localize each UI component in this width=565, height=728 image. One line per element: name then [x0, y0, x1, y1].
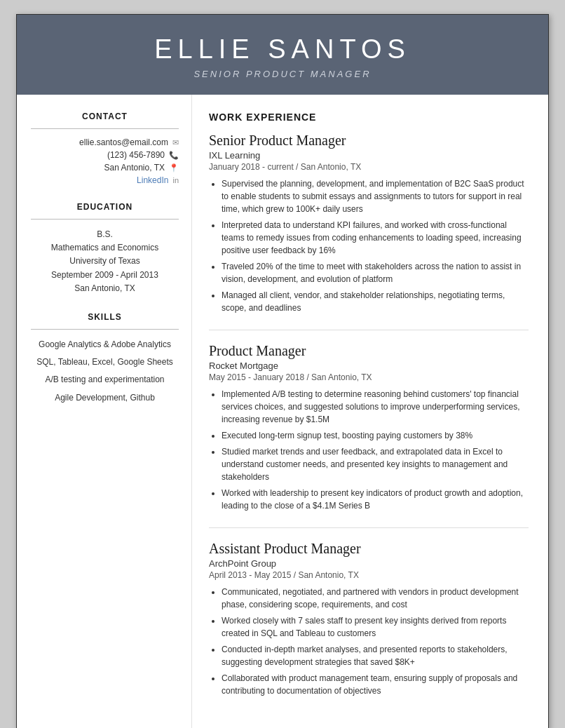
edu-city: San Antonio, TX: [31, 282, 179, 295]
location-text: San Antonio, TX: [104, 163, 165, 173]
divider-1: [209, 330, 529, 330]
job-3-bullet-3: Conducted in-depth market analyses, and …: [222, 643, 529, 668]
edu-school: University of Texas: [31, 255, 179, 268]
job-2: Product Manager Rocket Mortgage May 2015…: [209, 343, 529, 512]
job-1-title: Senior Product Manager: [209, 133, 529, 149]
job-1-bullet-3: Traveled 20% of the time to meet with st…: [222, 260, 529, 285]
location-icon: 📍: [169, 163, 179, 173]
job-3-meta: April 2013 - May 2015 / San Antonio, TX: [209, 570, 529, 580]
job-3-bullet-2: Worked closely with 7 sales staff to pre…: [222, 614, 529, 640]
email-icon: ✉: [172, 138, 179, 147]
skills-section: SKILLS Google Analytics & Adobe Analytic…: [31, 312, 179, 405]
job-2-bullet-4: Worked with leadership to present key in…: [222, 487, 529, 512]
work-experience-title: WORK EXPERIENCE: [209, 112, 529, 123]
job-3-bullets: Communicated, negotiated, and partnered …: [209, 586, 529, 697]
skills-title: SKILLS: [31, 312, 179, 322]
job-3-company: ArchPoint Group: [209, 558, 529, 569]
resume-container: ELLIE SANTOS SENIOR PRODUCT MANAGER CONT…: [16, 14, 549, 728]
linkedin-icon: in: [172, 176, 179, 184]
skill-1: Google Analytics & Adobe Analytics: [31, 338, 179, 351]
skill-4: Agile Development, Github: [31, 391, 179, 405]
education-divider: [31, 219, 179, 220]
main-content: WORK EXPERIENCE Senior Product Manager I…: [192, 95, 548, 728]
job-1-bullet-2: Interpreted data to understand KPI failu…: [222, 219, 529, 257]
skill-2: SQL, Tableau, Excel, Google Sheets: [31, 356, 179, 369]
divider-2: [209, 527, 529, 528]
job-2-company: Rocket Mortgage: [209, 360, 529, 371]
job-1: Senior Product Manager IXL Learning Janu…: [209, 133, 529, 314]
linkedin-item[interactable]: LinkedIn in: [31, 175, 179, 185]
job-2-meta: May 2015 - January 2018 / San Antonio, T…: [209, 372, 529, 382]
candidate-title: SENIOR PRODUCT MANAGER: [31, 69, 534, 79]
candidate-name: ELLIE SANTOS: [31, 34, 534, 65]
phone-item: (123) 456-7890 📞: [31, 150, 179, 160]
job-1-bullet-1: Supervised the planning, development, an…: [222, 177, 529, 215]
email-item: ellie.santos@email.com ✉: [31, 137, 179, 147]
header: ELLIE SANTOS SENIOR PRODUCT MANAGER: [17, 15, 548, 95]
job-3: Assistant Product Manager ArchPoint Grou…: [209, 541, 529, 697]
location-item: San Antonio, TX 📍: [31, 163, 179, 173]
job-3-title: Assistant Product Manager: [209, 541, 529, 557]
job-1-company: IXL Learning: [209, 150, 529, 161]
phone-icon: 📞: [169, 151, 179, 160]
skills-divider: [31, 329, 179, 330]
phone-text: (123) 456-7890: [107, 150, 165, 160]
education-section: EDUCATION B.S. Mathematics and Economics…: [31, 202, 179, 295]
job-2-bullet-2: Executed long-term signup test, boosting…: [222, 429, 529, 442]
skills-block: Google Analytics & Adobe Analytics SQL, …: [31, 338, 179, 405]
job-2-bullet-1: Implemented A/B testing to determine rea…: [222, 388, 529, 426]
contact-section: CONTACT ellie.santos@email.com ✉ (123) 4…: [31, 112, 179, 185]
job-2-bullets: Implemented A/B testing to determine rea…: [209, 388, 529, 512]
job-1-meta: January 2018 - current / San Antonio, TX: [209, 162, 529, 172]
sidebar: CONTACT ellie.santos@email.com ✉ (123) 4…: [17, 95, 192, 728]
linkedin-link[interactable]: LinkedIn: [137, 175, 168, 185]
education-block: B.S. Mathematics and Economics Universit…: [31, 228, 179, 295]
email-text: ellie.santos@email.com: [79, 137, 168, 147]
job-3-bullet-1: Communicated, negotiated, and partnered …: [222, 586, 529, 611]
edu-major: Mathematics and Economics: [31, 241, 179, 255]
job-1-bullets: Supervised the planning, development, an…: [209, 177, 529, 314]
education-title: EDUCATION: [31, 202, 179, 212]
edu-dates: September 2009 - April 2013: [31, 269, 179, 282]
job-1-bullet-4: Managed all client, vendor, and stakehol…: [222, 289, 529, 314]
job-2-title: Product Manager: [209, 343, 529, 359]
body: CONTACT ellie.santos@email.com ✉ (123) 4…: [17, 95, 548, 728]
job-2-bullet-3: Studied market trends and user feedback,…: [222, 445, 529, 483]
contact-divider: [31, 128, 179, 129]
skill-3: A/B testing and experimentation: [31, 373, 179, 386]
contact-title: CONTACT: [31, 112, 179, 121]
edu-degree: B.S.: [31, 228, 179, 241]
job-3-bullet-4: Collaborated with product management tea…: [222, 672, 529, 697]
